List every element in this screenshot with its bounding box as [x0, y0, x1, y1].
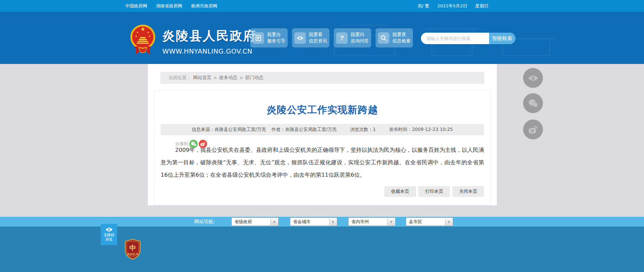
site-title: 炎陵县人民政府	[162, 28, 257, 44]
select-province-cities: 省内市州	[348, 217, 395, 226]
province-cities-select[interactable]: 省内市州	[349, 218, 395, 226]
site-header: ★ ★ ★ ★ ★ 炎陵县人民政府 WWW.HNYANLING.GOV.CN 我…	[0, 12, 644, 64]
capital-cities-select[interactable]: 省会城市	[290, 218, 337, 226]
search-icon	[378, 32, 389, 44]
counties-select[interactable]: 县市区	[406, 218, 453, 226]
question-icon: ?	[336, 32, 348, 44]
site-identity: 炎陵县人民政府 WWW.HNYANLING.GOV.CN	[162, 28, 257, 55]
breadcrumb-zhengwu[interactable]: 政务动态	[219, 75, 237, 81]
breadcrumb-separator: >	[239, 75, 243, 80]
breadcrumb-separator: >	[214, 75, 217, 80]
link-china-gov[interactable]: 中国政府网	[125, 3, 147, 9]
provincial-gov-select[interactable]: 省级政府	[232, 218, 278, 226]
article-views: 浏览次数：1	[350, 127, 376, 133]
breadcrumb-home[interactable]: 网站首页	[193, 75, 212, 81]
site-url: WWW.HNYANLING.GOV.CN	[162, 47, 257, 55]
share-wechat-icon[interactable]	[189, 140, 198, 148]
wechat-float-button[interactable]	[523, 93, 543, 113]
select-provincial-gov: 省级政府	[231, 217, 279, 226]
info-news-button[interactable]: 我要看信息资讯	[292, 28, 329, 47]
article-publish-time: 发布时间：2009-12-23 10:25	[389, 127, 453, 133]
accessibility-float-button[interactable]	[523, 68, 543, 88]
wechat-icon	[528, 99, 538, 108]
accessibility-browse-button[interactable]: 无障碍浏览	[101, 224, 117, 245]
info-search-button[interactable]: 我要查信息检索	[376, 28, 413, 47]
svg-text:党政机关: 党政机关	[127, 252, 139, 256]
share-widget: 分享到	[175, 140, 207, 148]
main-content-column: 当前位置： 网站首页 > 政务动态 > 部门动态 炎陵公安工作实现新跨越 信息来…	[148, 64, 497, 205]
svg-text:★: ★	[148, 35, 151, 38]
article-title: 炎陵公安工作实现新跨越	[154, 91, 490, 117]
close-page-button[interactable]: 关闭本页	[452, 186, 484, 197]
quick-service-buttons: 我要办服务引导 我要看信息资讯 ? 我要问咨询问答 我要查信息检索	[250, 28, 413, 47]
info-search-label: 我要查信息检索	[392, 32, 411, 44]
link-hunan-gov[interactable]: 湖南省政府网	[156, 3, 182, 9]
share-label: 分享到	[175, 141, 188, 147]
eye-icon	[294, 32, 306, 44]
breadcrumb: 当前位置： 网站首页 > 政务动态 > 部门动态	[160, 72, 484, 84]
share-weibo-icon[interactable]	[199, 140, 207, 148]
lang-toggle[interactable]: 简/ 繁	[418, 3, 429, 9]
topbar-right: 简/ 繁 2021年5月2日 星期日	[418, 0, 488, 12]
svg-text:中: 中	[129, 244, 136, 252]
site-search: 智能检索	[421, 33, 515, 44]
article-source-author: 信息来源：炎陵县公安局政工室/万亮 作者：炎陵县公安局政工室/万亮	[192, 127, 336, 133]
breadcrumb-label: 当前位置：	[168, 75, 191, 81]
document-icon	[253, 32, 264, 44]
site-nav-label: 网站导航:	[194, 219, 215, 225]
print-page-button[interactable]: 打印本页	[418, 186, 450, 197]
page-footer: 主办单位：炎陵县人民政府办公室 承办单位：炎陵县政务服务中心 备案号：湘ICP备…	[0, 227, 644, 272]
gov-links: 中国政府网 湖南省政府网 株洲市政府网	[125, 0, 217, 12]
top-bar: 中国政府网 湖南省政府网 株洲市政府网 简/ 繁 2021年5月2日 星期日	[0, 0, 644, 12]
service-guide-label: 我要办服务引导	[267, 32, 285, 44]
svg-text:★: ★	[136, 31, 138, 34]
weibo-float-button[interactable]	[523, 120, 543, 139]
site-nav-strip: 网站导航: 省级政府 省会城市 省内市州 县市区	[0, 217, 644, 227]
accessibility-label: 无障碍浏览	[103, 233, 115, 242]
current-weekday: 星期日	[475, 3, 488, 9]
ask-question-label: 我要问咨询问答	[351, 32, 369, 44]
svg-text:★: ★	[147, 31, 149, 34]
weibo-icon	[528, 125, 538, 134]
link-zhuzhou-gov[interactable]: 株洲市政府网	[191, 3, 217, 9]
eye-icon	[105, 227, 113, 232]
breadcrumb-bumen[interactable]: 部门动态	[245, 75, 263, 81]
service-guide-button[interactable]: 我要办服务引导	[250, 28, 288, 47]
select-counties: 县市区	[406, 217, 453, 226]
info-news-label: 我要看信息资讯	[309, 32, 327, 44]
article-actions: 收藏本页 打印本页 关闭本页	[384, 186, 484, 197]
national-emblem-logo: ★ ★ ★ ★ ★	[130, 22, 156, 56]
search-input[interactable]	[421, 33, 489, 44]
svg-text:★: ★	[140, 26, 145, 32]
article-author: 作者：炎陵县公安局政工室/万亮	[271, 127, 337, 133]
article-source: 信息来源：炎陵县公安局政工室/万亮	[192, 127, 266, 133]
smart-search-button[interactable]: 智能检索	[489, 33, 515, 44]
ask-question-button[interactable]: ? 我要问咨询问答	[334, 28, 371, 47]
current-date: 2021年5月2日	[438, 3, 468, 9]
eye-icon	[528, 75, 538, 81]
article-meta-bar: 信息来源：炎陵县公安局政工室/万亮 作者：炎陵县公安局政工室/万亮 浏览次数：1…	[161, 124, 484, 135]
select-capital-cities: 省会城市	[290, 217, 337, 226]
bookmark-page-button[interactable]: 收藏本页	[384, 186, 416, 197]
article-card: 炎陵公安工作实现新跨越 信息来源：炎陵县公安局政工室/万亮 作者：炎陵县公安局政…	[154, 90, 491, 205]
party-gov-badge[interactable]: 中 党政机关	[124, 239, 141, 260]
article-body: 2009年，我县公安机关在县委、县政府和上级公安机关的正确领导下，坚持以执法为民…	[161, 144, 484, 181]
svg-text:★: ★	[135, 35, 137, 38]
